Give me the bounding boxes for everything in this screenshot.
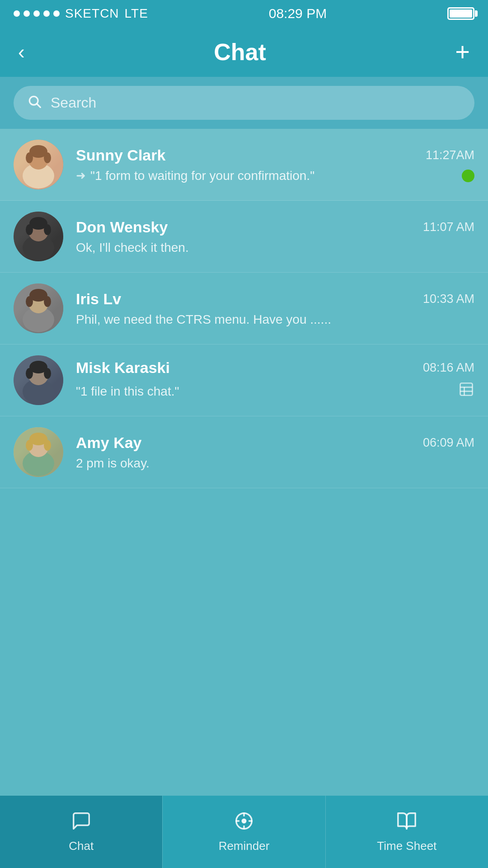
svg-point-6 (26, 152, 33, 163)
svg-point-7 (44, 152, 51, 163)
chat-message-row: Ok, I'll check it then. (76, 241, 474, 255)
reminder-tab-label: Reminder (219, 839, 270, 853)
contact-name: Amy Kay (76, 434, 142, 452)
svg-point-13 (44, 224, 51, 235)
contact-name: Iris Lv (76, 290, 121, 308)
chat-content: Misk Karaski 08:16 AM "1 file in this ch… (76, 359, 474, 401)
svg-line-1 (37, 104, 40, 107)
contact-name: Sunny Clark (76, 146, 165, 164)
last-message: "1 file in this chat." (76, 384, 179, 399)
svg-point-32 (26, 440, 33, 451)
chat-item[interactable]: Iris Lv 10:33 AM Phil, we need the CTRS … (0, 273, 488, 344)
back-button[interactable]: ‹ (18, 41, 25, 63)
search-placeholder: Search (51, 94, 96, 111)
last-message: ➜"1 form to waiting for your confirmatio… (76, 169, 314, 183)
signal-dot-2 (23, 10, 30, 17)
svg-point-18 (26, 296, 33, 307)
file-icon (458, 381, 474, 401)
svg-point-12 (26, 224, 33, 235)
chat-item[interactable]: Misk Karaski 08:16 AM "1 file in this ch… (0, 344, 488, 416)
chat-content: Sunny Clark 11:27AM ➜"1 form to waiting … (76, 146, 474, 183)
message-time: 06:09 AM (423, 436, 474, 450)
message-time: 11:27AM (426, 148, 474, 162)
chat-content: Iris Lv 10:33 AM Phil, we need the CTRS … (76, 290, 474, 327)
chat-header-row: Iris Lv 10:33 AM (76, 290, 474, 308)
chat-content: Don Wensky 11:07 AM Ok, I'll check it th… (76, 218, 474, 255)
svg-point-25 (44, 368, 51, 379)
chat-item[interactable]: Sunny Clark 11:27AM ➜"1 form to waiting … (0, 129, 488, 201)
avatar (14, 140, 63, 189)
last-message: Ok, I'll check it then. (76, 241, 189, 255)
svg-point-19 (44, 296, 51, 307)
timesheet-tab-label: Time Sheet (377, 839, 436, 853)
message-time: 08:16 AM (423, 361, 474, 375)
chat-list: Sunny Clark 11:27AM ➜"1 form to waiting … (0, 129, 488, 488)
search-container: Search (0, 77, 488, 129)
last-message: 2 pm is okay. (76, 456, 150, 471)
chat-message-row: "1 file in this chat." (76, 381, 474, 401)
signal-dot-4 (43, 10, 50, 17)
forward-arrow: ➜ (76, 169, 86, 183)
chat-header-row: Amy Kay 06:09 AM (76, 434, 474, 452)
chat-item[interactable]: Amy Kay 06:09 AM 2 pm is okay. (0, 416, 488, 488)
signal-dot-3 (33, 10, 40, 17)
chat-message-row: 2 pm is okay. (76, 456, 474, 471)
online-indicator (462, 170, 474, 182)
chat-content: Amy Kay 06:09 AM 2 pm is okay. (76, 434, 474, 471)
svg-point-33 (44, 440, 51, 451)
message-time: 11:07 AM (423, 220, 474, 234)
chat-tab-icon (71, 811, 92, 835)
search-icon (27, 94, 42, 112)
battery-indicator (447, 7, 474, 20)
tab-timesheet[interactable]: Time Sheet (326, 796, 488, 868)
contact-name: Don Wensky (76, 218, 168, 236)
reminder-tab-icon (234, 811, 254, 835)
status-left: SKETCN LTE (14, 6, 148, 21)
chat-header-row: Don Wensky 11:07 AM (76, 218, 474, 236)
signal-dot-1 (14, 10, 20, 17)
avatar (14, 212, 63, 261)
tab-chat[interactable]: Chat (0, 796, 162, 868)
timesheet-tab-icon (396, 811, 417, 835)
status-time: 08:29 PM (269, 6, 327, 21)
contact-name: Misk Karaski (76, 359, 170, 377)
chat-header-row: Sunny Clark 11:27AM (76, 146, 474, 164)
network-label: LTE (125, 6, 148, 21)
tab-reminder[interactable]: Reminder (163, 796, 325, 868)
chat-item[interactable]: Don Wensky 11:07 AM Ok, I'll check it th… (0, 201, 488, 273)
chat-message-row: Phil, we need the CTRS menu. Have you ..… (76, 312, 474, 327)
chat-header-row: Misk Karaski 08:16 AM (76, 359, 474, 377)
last-message: Phil, we need the CTRS menu. Have you ..… (76, 312, 331, 327)
svg-point-35 (242, 819, 246, 823)
chat-message-row: ➜"1 form to waiting for your confirmatio… (76, 169, 474, 183)
avatar (14, 355, 63, 405)
signal-dots (14, 10, 60, 17)
avatar (14, 283, 63, 333)
carrier-label: SKETCN (65, 6, 119, 21)
page-title: Chat (214, 38, 266, 66)
search-bar[interactable]: Search (14, 86, 474, 120)
message-time: 10:33 AM (423, 292, 474, 306)
chat-tab-label: Chat (69, 839, 94, 853)
header: ‹ Chat + (0, 27, 488, 77)
svg-point-24 (26, 368, 33, 379)
status-bar: SKETCN LTE 08:29 PM (0, 0, 488, 27)
signal-dot-5 (53, 10, 60, 17)
tab-bar: Chat Reminder Time Sheet (0, 796, 488, 868)
battery-fill (450, 9, 472, 18)
avatar (14, 427, 63, 477)
svg-rect-26 (460, 383, 473, 396)
add-button[interactable]: + (455, 39, 470, 65)
